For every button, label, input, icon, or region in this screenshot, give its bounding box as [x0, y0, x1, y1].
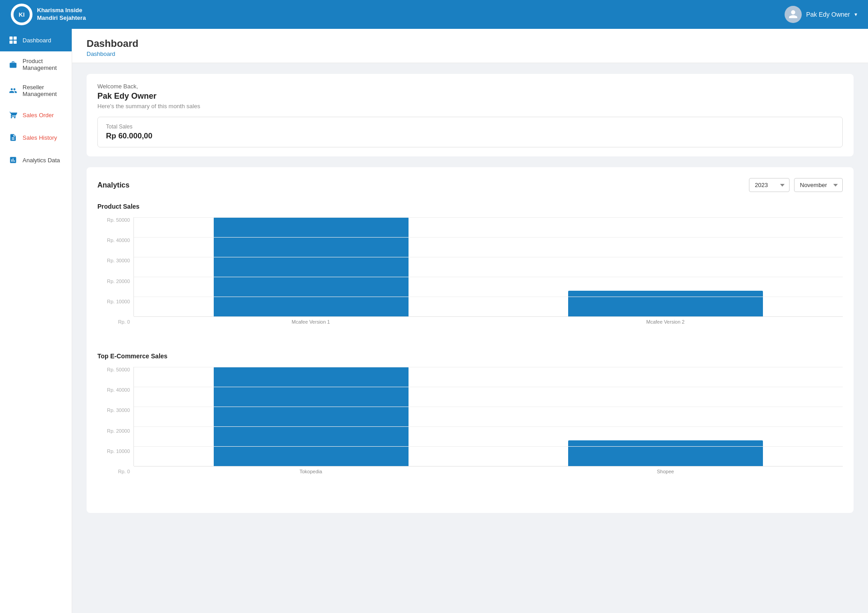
x-label-tokopedia: Tokopedia: [133, 469, 488, 474]
svg-rect-4: [9, 41, 13, 44]
sales-order-icon: [8, 110, 18, 120]
sidebar-item-analytics-data[interactable]: Analytics Data: [0, 149, 72, 171]
y-label-40000: Rp. 40000: [107, 238, 130, 243]
ec-y-label-30000: Rp. 30000: [107, 407, 130, 413]
svg-rect-5: [14, 41, 17, 44]
bar-group-mcafee1: [134, 217, 488, 316]
bar-shopee: [568, 440, 763, 466]
month-select[interactable]: January February March April May June Ju…: [794, 178, 843, 192]
content-area: Welcome Back, Pak Edy Owner Here's the s…: [72, 63, 868, 524]
ec-y-label-20000: Rp. 20000: [107, 428, 130, 434]
product-sales-chart-section: Product Sales Rp. 50000 Rp. 40000 Rp. 30…: [97, 203, 843, 338]
y-label-50000: Rp. 50000: [107, 217, 130, 223]
analytics-title: Analytics: [97, 181, 129, 189]
sidebar-item-sales-order[interactable]: Sales Order: [0, 104, 72, 126]
ec-y-label-0: Rp. 0: [118, 469, 130, 474]
product-sales-title: Product Sales: [97, 203, 843, 210]
ec-y-label-50000: Rp. 50000: [107, 367, 130, 372]
total-sales-value: Rp 60.000,00: [106, 132, 834, 141]
sidebar-label-dashboard: Dashboard: [23, 37, 51, 44]
logo-area: KI Kharisma Inside Mandiri Sejahtera: [11, 4, 86, 25]
sidebar-label-sales-order: Sales Order: [23, 112, 54, 119]
analytics-icon: [8, 155, 18, 165]
user-area[interactable]: Pak Edy Owner ▾: [785, 6, 857, 23]
total-sales-label: Total Sales: [106, 124, 834, 130]
bar-mcafee2: [568, 291, 763, 316]
sidebar-label-product: Product Management: [23, 58, 64, 71]
y-label-0: Rp. 0: [118, 319, 130, 325]
chevron-down-icon: ▾: [854, 11, 857, 18]
welcome-card: Welcome Back, Pak Edy Owner Here's the s…: [87, 74, 854, 156]
svg-rect-2: [9, 37, 13, 40]
user-name-label: Pak Edy Owner: [806, 11, 850, 18]
bar-tokopedia: [214, 367, 409, 466]
sidebar-label-sales-history: Sales History: [23, 134, 57, 141]
bar-group-shopee: [488, 367, 843, 466]
welcome-subtitle: Here's the summary of this month sales: [97, 103, 843, 110]
ec-y-label-10000: Rp. 10000: [107, 448, 130, 454]
ec-y-label-40000: Rp. 40000: [107, 387, 130, 393]
sidebar: Dashboard Product Management Reseller Ma…: [0, 29, 72, 613]
page-title: Dashboard: [87, 38, 854, 50]
total-sales-box: Total Sales Rp 60.000,00: [97, 117, 843, 147]
product-icon: [8, 59, 18, 69]
bar-group-mcafee2: [488, 217, 843, 316]
x-label-mcafee2: Mcafee Version 2: [488, 319, 843, 325]
analytics-header: Analytics 2022 2023 2024 January Februar…: [97, 178, 843, 192]
ecommerce-sales-chart-section: Top E-Commerce Sales Rp. 50000 Rp. 40000…: [97, 352, 843, 488]
y-label-20000: Rp. 20000: [107, 279, 130, 284]
ecommerce-sales-title: Top E-Commerce Sales: [97, 352, 843, 360]
welcome-user-name: Pak Edy Owner: [97, 91, 843, 101]
sidebar-item-product-management[interactable]: Product Management: [0, 51, 72, 78]
main-content: Dashboard Dashboard Welcome Back, Pak Ed…: [72, 29, 868, 613]
bar-group-tokopedia: [134, 367, 488, 466]
welcome-back-text: Welcome Back,: [97, 83, 843, 90]
reseller-icon: [8, 86, 18, 96]
sales-history-icon: [8, 133, 18, 142]
sidebar-item-reseller-management[interactable]: Reseller Management: [0, 78, 72, 104]
main-layout: Dashboard Product Management Reseller Ma…: [0, 29, 868, 613]
analytics-section: Analytics 2022 2023 2024 January Februar…: [87, 167, 854, 513]
logo-icon: KI: [11, 4, 32, 25]
sidebar-item-sales-history[interactable]: Sales History: [0, 126, 72, 149]
sidebar-label-reseller: Reseller Management: [23, 84, 64, 97]
sidebar-label-analytics: Analytics Data: [23, 157, 60, 164]
page-header: Dashboard Dashboard: [72, 29, 868, 63]
y-label-10000: Rp. 10000: [107, 299, 130, 304]
user-avatar: [785, 6, 802, 23]
svg-rect-3: [14, 37, 17, 40]
bar-mcafee1: [214, 217, 409, 316]
logo-text: Kharisma Inside Mandiri Sejahtera: [37, 7, 86, 22]
dashboard-icon: [8, 35, 18, 45]
x-label-shopee: Shopee: [488, 469, 843, 474]
sidebar-item-dashboard[interactable]: Dashboard: [0, 29, 72, 51]
top-header: KI Kharisma Inside Mandiri Sejahtera Pak…: [0, 0, 868, 29]
filter-area: 2022 2023 2024 January February March Ap…: [749, 178, 843, 192]
year-select[interactable]: 2022 2023 2024: [749, 178, 790, 192]
svg-text:KI: KI: [19, 11, 25, 18]
breadcrumb: Dashboard: [87, 50, 854, 57]
x-label-mcafee1: Mcafee Version 1: [133, 319, 488, 325]
y-label-30000: Rp. 30000: [107, 258, 130, 263]
